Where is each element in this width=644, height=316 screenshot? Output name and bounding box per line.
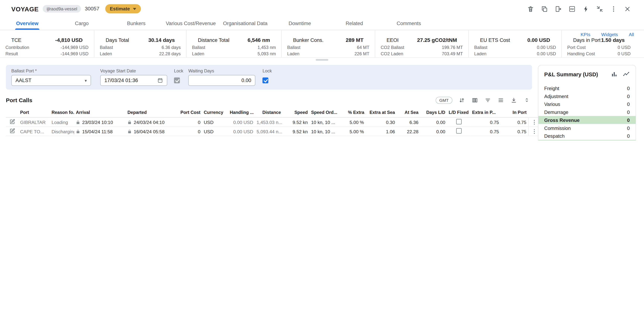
pnl-value: 0 (627, 126, 630, 131)
cell-reason: Discharging (50, 127, 74, 136)
pnl-row-gross-revenue: Gross Revenue0 (538, 116, 636, 124)
tab-various-cost-revenue[interactable]: Various Cost/Revenue (164, 18, 218, 30)
cell-extra-at-sea: 0.30 (366, 117, 397, 127)
col-handling[interactable]: Handling ... (228, 107, 255, 117)
col-extra-at-sea-pct[interactable]: % Extra At... (346, 107, 366, 117)
vessel-badge: ijlraod9a-vessel (43, 5, 81, 13)
col-days-ld[interactable]: Days L/D (420, 107, 447, 117)
sort-button[interactable] (458, 96, 466, 104)
estimate-button[interactable]: Estimate (105, 4, 141, 13)
close-icon (624, 5, 631, 12)
col-extra-in-port[interactable]: Extra in P... (470, 107, 501, 117)
col-reason[interactable]: Reason fo... (50, 107, 74, 117)
col-port[interactable]: Port (18, 107, 50, 117)
col-ld-fixed[interactable]: L/D Fixed (447, 107, 470, 117)
kpi-sub-label: CO2 Laden (381, 50, 403, 57)
delete-button[interactable] (526, 5, 534, 13)
col-distance[interactable]: Distance (255, 107, 283, 117)
section-title: Port Calls (6, 97, 32, 103)
edit-icon (10, 128, 15, 134)
calendar-icon[interactable] (157, 77, 163, 83)
tab-related[interactable]: Related (327, 18, 382, 30)
voyage-number: 30057 (85, 6, 99, 12)
col-arrival[interactable]: Arrival (74, 107, 126, 117)
edit-icon (10, 119, 15, 124)
pnl-value: 0 (627, 94, 630, 99)
pnl-value: 0 (627, 86, 630, 91)
col-speed[interactable]: Speed (283, 107, 310, 117)
col-in-port[interactable]: In Port (501, 107, 528, 117)
tab-comments[interactable]: Comments (382, 18, 436, 30)
edit-row-button[interactable] (6, 117, 19, 127)
port-call-row[interactable]: CAPE TO... Discharging 15/04/24 11:58 16… (6, 127, 540, 136)
collapse-button[interactable] (596, 5, 604, 13)
col-at-sea[interactable]: At Sea (397, 107, 420, 117)
col-speed-ordered[interactable]: Speed Ord... (310, 107, 346, 117)
tab-organisational-data[interactable]: Organisational Data (218, 18, 272, 30)
edit-row-button[interactable] (6, 127, 19, 136)
cell-distance: 5,093.44 n... (255, 127, 283, 136)
kpi-sub-label: Ballast (474, 44, 488, 51)
bar-chart-button[interactable] (611, 71, 618, 77)
kpi-label: Bunker Cons. (293, 37, 324, 43)
cell-speed: 9.52 kn (283, 117, 310, 127)
kpi-value: 30.14 days (148, 37, 175, 43)
port-call-row[interactable]: GIBRALTAR Loading 23/03/24 10:10 24/03/2… (6, 117, 540, 127)
cell-days-ld: 0.00 (420, 117, 447, 127)
tab-overview[interactable]: Overview (0, 18, 54, 30)
ld-fixed-checkbox[interactable] (456, 119, 462, 124)
pdf-button[interactable]: PDF (568, 5, 576, 13)
kpi-card-distance-total: Distance Total6,546 nm Ballast1,453 nm L… (186, 30, 282, 57)
cell-extra-in-port: 0.75 (470, 117, 501, 127)
menu-button[interactable] (497, 96, 504, 104)
trash-icon (527, 5, 534, 12)
copy-button[interactable] (540, 5, 548, 13)
filter-button[interactable] (484, 96, 492, 104)
waiting-days-label: Waiting Days (188, 68, 256, 73)
kpi-sub-value: 64 MT (357, 44, 369, 51)
col-port-cost[interactable]: Port Cost (178, 107, 202, 117)
col-extra-at-sea[interactable]: Extra at Sea (366, 107, 397, 117)
ballast-port-select[interactable]: AALST▾ (11, 75, 91, 86)
expand-button[interactable] (523, 96, 530, 104)
cell-arrival: 15/04/24 11:58 (74, 127, 126, 136)
panel-resize-handle[interactable] (0, 58, 644, 62)
gmt-toggle[interactable]: GMT (436, 97, 452, 104)
tab-bunkers[interactable]: Bunkers (109, 18, 164, 30)
link-kpis[interactable]: KPIs (581, 32, 590, 37)
sort-icon (458, 97, 465, 103)
col-departed[interactable]: Departed (126, 107, 178, 117)
kpi-value: 27.25 gCO2/tNM (417, 37, 457, 43)
start-date-label: Voyage Start Date (100, 68, 167, 73)
tab-downtime[interactable]: Downtime (272, 18, 327, 30)
pnl-summary-panel: P&L Summary (USD) Freight0 Adjustment0 V… (538, 65, 636, 141)
link-all[interactable]: All (629, 32, 634, 37)
close-button[interactable] (624, 5, 632, 13)
flash-button[interactable] (582, 5, 590, 13)
waiting-days-input[interactable] (188, 75, 256, 86)
kpi-label: Distance Total (198, 37, 230, 43)
pnl-label: Demurrage (544, 109, 568, 115)
cell-extra-in-port: 0.75 (470, 127, 501, 136)
kpi-label: EU ETS Cost (480, 37, 510, 43)
col-currency[interactable]: Currency (202, 107, 228, 117)
start-date-input[interactable]: 17/03/24 01:36 (100, 75, 167, 86)
link-widgets[interactable]: Widgets (601, 32, 618, 37)
more-button[interactable] (610, 5, 618, 13)
tab-cargo[interactable]: Cargo (54, 18, 109, 30)
kpi-sub-label: Handling Cost (567, 50, 595, 57)
lock-date-checkbox[interactable] (174, 77, 180, 83)
kpi-value: 1.50 days (601, 37, 625, 43)
journal-button[interactable] (554, 5, 562, 13)
bar-chart-icon (611, 71, 618, 77)
copy-icon (541, 5, 548, 12)
columns-button[interactable] (471, 96, 478, 104)
ld-fixed-checkbox[interactable] (456, 128, 462, 134)
lock-waiting-checkbox[interactable] (262, 77, 268, 83)
table-header-row: Port Reason fo... Arrival Departed Port … (6, 107, 540, 117)
download-button[interactable] (510, 96, 518, 104)
line-chart-button[interactable] (622, 71, 630, 77)
pnl-label: Despatch (544, 134, 564, 139)
pnl-label: Commission (544, 126, 571, 131)
ballast-port-label: Ballast Port * (11, 68, 91, 73)
